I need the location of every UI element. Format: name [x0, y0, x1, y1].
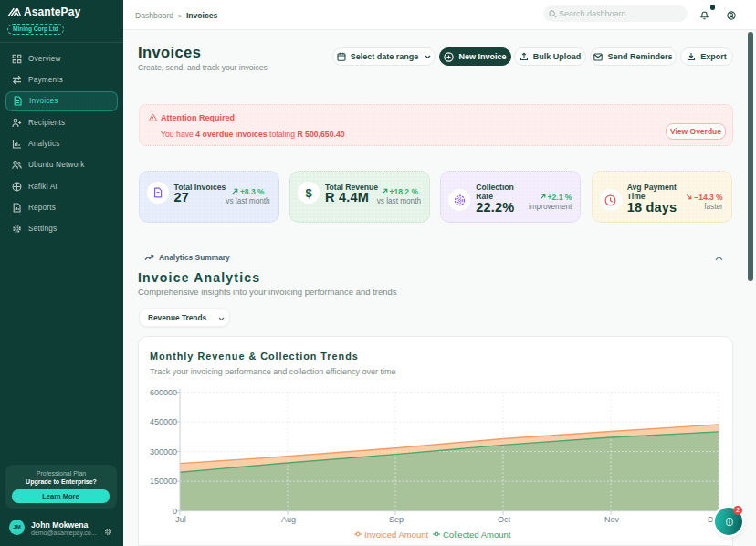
svg-text:Sep: Sep	[389, 515, 404, 524]
svg-text:$: $	[305, 186, 312, 200]
svg-text:Nov: Nov	[604, 515, 620, 524]
svg-text:Invoiced Amount: Invoiced Amount	[364, 530, 429, 540]
svg-text:Collected Amount: Collected Amount	[443, 530, 511, 540]
svg-text:600000: 600000	[150, 388, 177, 397]
svg-text:450000: 450000	[150, 417, 177, 426]
svg-text:Oct: Oct	[498, 515, 511, 524]
svg-text:150000: 150000	[150, 477, 177, 486]
svg-text:300000: 300000	[150, 447, 177, 457]
svg-text:Aug: Aug	[281, 515, 296, 524]
svg-text:Jul: Jul	[175, 515, 186, 524]
